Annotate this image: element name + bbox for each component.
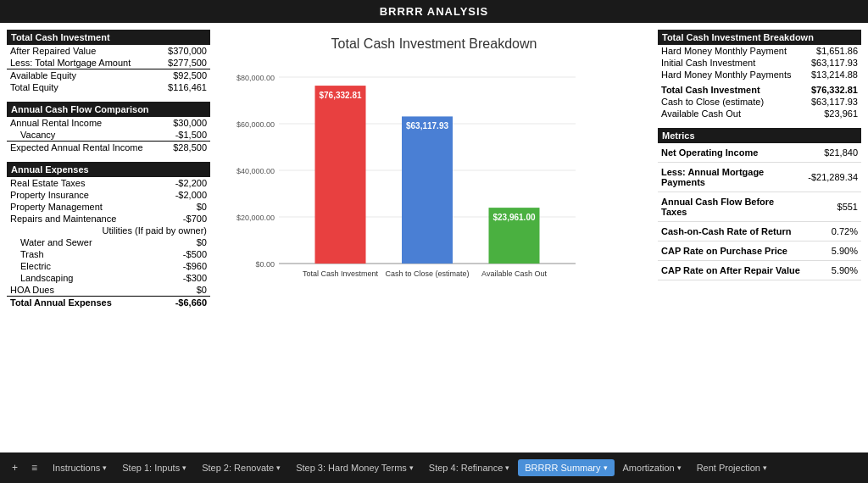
toolbar-btn-step-1--inputs[interactable]: Step 1: Inputs▾ [115,459,193,476]
metric-label: CAP Rate on After Repair Value [658,261,804,280]
table-row: Less: Total Mortgage Amount$277,500 [7,57,210,69]
metric-value: $21,840 [804,143,861,163]
right-section1-table: Hard Money Monthly Payment$1,651.86Initi… [658,45,861,119]
table-row: Trash-$500 [7,248,210,260]
row-label: HOA Dues [7,284,159,297]
row-label: Electric [7,260,159,272]
row-label: Initial Cash Investment [658,57,804,69]
row-label: Cash to Close (estimate) [658,96,804,108]
left-panel: Total Cash Investment After Repaired Val… [7,30,210,431]
table-row: Total Cash Investment$76,332.81 [658,84,861,96]
total-cash-investment-section: Total Cash Investment After Repaired Val… [7,30,210,93]
plus-icon[interactable]: + [7,458,23,477]
right-panel: Total Cash Investment Breakdown Hard Mon… [658,30,861,431]
toolbar-btn-step-3--hard-money-terms[interactable]: Step 3: Hard Money Terms▾ [289,459,420,476]
row-label: Hard Money Monthly Payments [658,69,804,80]
row-value: $370,000 [157,45,210,57]
menu-icon[interactable]: ≡ [26,458,42,477]
chevron-down-icon: ▾ [505,464,509,472]
row-label: Total Cash Investment [658,84,804,96]
row-label: After Repaired Value [7,45,157,57]
table-row: Water and Sewer$0 [7,236,210,248]
table-row: Annual Rental Income$30,000 [7,117,210,129]
chart-title: Total Cash Investment Breakdown [331,36,537,52]
row-label: Real Estate Taxes [7,177,159,189]
row-value: -$700 [159,213,210,225]
row-value: $0 [159,284,210,297]
metric-label: Cash-on-Cash Rate of Return [658,222,804,242]
table-row: Net Operating Income$21,840 [658,143,861,163]
chevron-down-icon: ▾ [103,464,107,472]
row-label: Property Insurance [7,189,159,201]
section2-header: Annual Cash Flow Comparison [7,102,210,117]
row-label: Less: Total Mortgage Amount [7,57,157,69]
row-value: $116,461 [157,81,210,93]
row-value: -$960 [159,260,210,272]
app-title: BRRRR ANALYSIS [380,5,489,18]
table-row: After Repaired Value$370,000 [7,45,210,57]
table-row: Cash-on-Cash Rate of Return0.72% [658,222,861,242]
table-row: Total Annual Expenses-$6,660 [7,297,210,309]
toolbar-btn-label: Step 3: Hard Money Terms [296,463,407,473]
table-row: Property Insurance-$2,000 [7,189,210,201]
toolbar-btn-label: BRRRR Summary [525,463,600,473]
table-row: CAP Rate on Purchase Price5.90% [658,242,861,261]
svg-text:$40,000.00: $40,000.00 [236,167,275,175]
row-value: $30,000 [164,117,210,129]
row-label: Expected Annual Rental Income [7,142,164,154]
row-label: Total Equity [7,81,157,93]
toolbar-btn-amortization[interactable]: Amortization▾ [616,459,688,476]
table-row: Electric-$960 [7,260,210,272]
row-value: $0 [159,201,210,213]
row-label: Trash [7,248,159,260]
table-row: Hard Money Monthly Payments$13,214.88 [658,69,861,80]
row-label: Available Equity [7,69,157,82]
table-row: Available Cash Out$23,961 [658,108,861,119]
table-row: CAP Rate on After Repair Value5.90% [658,261,861,280]
table-row: Hard Money Monthly Payment$1,651.86 [658,45,861,57]
svg-text:$80,000.00: $80,000.00 [236,74,275,82]
toolbar-btn-step-4--refinance[interactable]: Step 4: Refinance▾ [422,459,516,476]
row-value: $63,117.93 [804,57,861,69]
toolbar-btn-label: Step 4: Refinance [429,463,503,473]
svg-text:Total Cash Investment: Total Cash Investment [303,269,379,278]
metric-label: Annual Cash Flow Before Taxes [658,192,804,222]
chart-area: $0.00$20,000.00$40,000.00$60,000.00$80,0… [224,60,644,314]
row-value: $277,500 [157,57,210,69]
row-label: Landscaping [7,272,159,284]
svg-rect-11 [315,86,366,264]
annual-expenses-section: Annual Expenses Real Estate Taxes-$2,200… [7,162,210,308]
metrics-section: Metrics Net Operating Income$21,840Less:… [658,128,861,280]
table-row: Vacancy-$1,500 [7,129,210,142]
table-row: Cash to Close (estimate)$63,117.93 [658,96,861,108]
bar-chart: $0.00$20,000.00$40,000.00$60,000.00$80,0… [224,60,588,306]
metric-label: Less: Annual Mortgage Payments [658,163,804,192]
section2-table: Annual Rental Income$30,000Vacancy-$1,50… [7,117,210,153]
metric-value: 5.90% [804,261,861,280]
row-label: Property Management [7,201,159,213]
table-row: Less: Annual Mortgage Payments-$21,289.3… [658,163,861,192]
toolbar-btn-brrrr-summary[interactable]: BRRRR Summary▾ [518,459,614,476]
table-row: Real Estate Taxes-$2,200 [7,177,210,189]
row-value: -$2,200 [159,177,210,189]
section3-table: Real Estate Taxes-$2,200Property Insuran… [7,177,210,308]
row-label: Hard Money Monthly Payment [658,45,804,57]
section3-header: Annual Expenses [7,162,210,177]
toolbar-btn-label: Step 1: Inputs [122,463,180,473]
svg-text:$20,000.00: $20,000.00 [236,214,275,222]
annual-cashflow-section: Annual Cash Flow Comparison Annual Renta… [7,102,210,153]
chevron-down-icon: ▾ [677,464,682,472]
toolbar-btn-instructions[interactable]: Instructions▾ [46,459,114,476]
section1-header: Total Cash Investment [7,30,210,45]
row-value: $63,117.93 [804,96,861,108]
metrics-table: Net Operating Income$21,840Less: Annual … [658,143,861,280]
right-section1: Total Cash Investment Breakdown Hard Mon… [658,30,861,119]
svg-text:$63,117.93: $63,117.93 [406,121,448,130]
chevron-down-icon: ▾ [409,464,414,472]
table-row: Property Management$0 [7,201,210,213]
table-row: Expected Annual Rental Income$28,500 [7,142,210,154]
toolbar-btn-rent-projection[interactable]: Rent Projection▾ [690,459,774,476]
toolbar-btn-step-2--renovate[interactable]: Step 2: Renovate▾ [195,459,287,476]
row-value: $76,332.81 [804,84,861,96]
metric-label: Net Operating Income [658,143,804,163]
